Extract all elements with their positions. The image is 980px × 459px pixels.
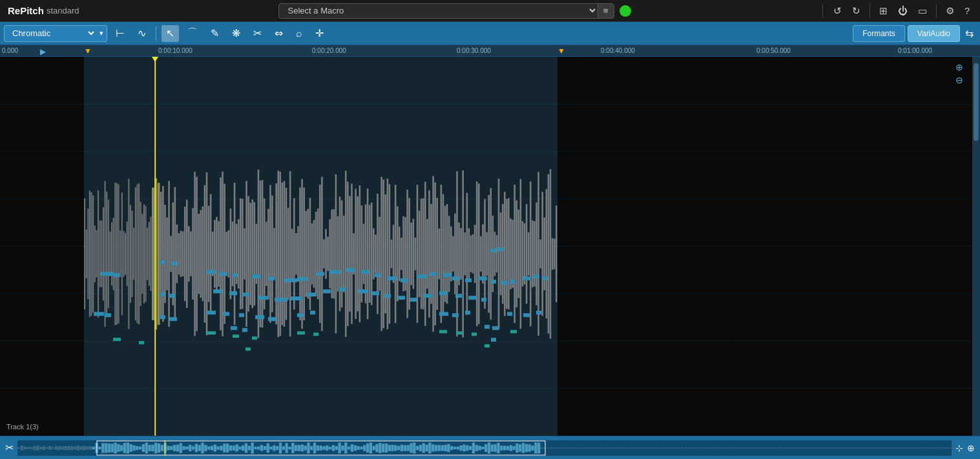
help-icon: ? [964,5,970,16]
undo-icon: ↺ [833,5,842,17]
snap-button[interactable]: ⊢ [111,25,129,42]
top-bar: RePitch standard Select a Macro ≡ ↺ ↻ ⊞ … [0,0,980,22]
bottom-right-buttons: ⊹ ⊕ [955,443,975,453]
select-tool-icon: ↖ [166,27,174,39]
zoom-controls: ⊕ ⊖ [955,62,963,85]
right-scrollbar[interactable] [972,57,980,436]
monitor-icon: ▭ [918,5,927,17]
move-icon: ✛ [315,27,324,39]
zoom-tool-button[interactable]: ⌕ [291,25,307,42]
track-label: Track 1(3) [6,423,39,431]
zoom-out-button[interactable]: ⊖ [955,75,963,85]
time-marker-30: 0:00:30.000 [457,47,491,54]
top-right-controls: ↺ ↻ ⊞ ⏻ ▭ ⚙ ? [822,4,980,18]
move-tool-button[interactable]: ✛ [311,25,328,42]
zoom-tool-icon: ⌕ [296,28,302,39]
logo-area: RePitch standard [0,5,87,16]
bottom-scissors-button[interactable]: ✂ [5,442,14,454]
logo-re: Re [8,5,20,16]
formants-button[interactable]: Formants [853,25,905,42]
wave-button[interactable]: ∿ [133,25,151,42]
toolbar-right: Formants VariAudio ⇆ [853,25,976,42]
draw-icon: ✎ [211,27,219,39]
main-area: Track 1(3) ⊕ ⊖ [0,57,980,436]
play-position-marker: ▶ [40,47,46,56]
macro-filter-button[interactable]: ≡ [598,4,614,18]
expand-icon: ⇆ [965,28,974,39]
scale-dropdown-arrow-icon: ▾ [96,29,107,37]
toolbar-separator [156,26,156,41]
scissors-tool-button[interactable]: ✂ [249,25,266,42]
multi-tool-button[interactable]: ⇔ [270,25,287,42]
zoom-in-button[interactable]: ⊕ [955,62,963,72]
monitor-button[interactable]: ▭ [914,4,931,18]
bottom-zoom-icon: ⊕ [967,443,975,453]
redo-button[interactable]: ↻ [848,4,864,18]
separator [870,5,870,17]
grid-button[interactable]: ⊞ [875,4,891,18]
power-button[interactable]: ⏻ [894,4,912,17]
time-marker-50: 0:00:50.000 [756,47,791,54]
settings-icon: ⚙ [946,5,954,17]
bottom-scissors-icon: ✂ [5,442,14,453]
macro-status-indicator [620,5,631,17]
smart-tool-button[interactable]: ❋ [227,25,245,42]
pitch-curve-icon: ⌒ [187,26,198,40]
toolbar: Chromatic ▾ ⊢ ∿ ↖ ⌒ ✎ ❋ ✂ ⇔ ⌕ ✛ Formants… [0,22,980,45]
time-marker-40: 0:00:40.000 [601,47,635,54]
logo-standard: standard [47,6,79,15]
draw-tool-button[interactable]: ✎ [206,25,224,42]
macro-select-container: Select a Macro ≡ [278,3,614,19]
scrollbar-thumb[interactable] [974,63,979,141]
time-marker-10: 0:00:10.000 [158,47,193,54]
bottom-bar: ✂ ⊹ ⊕ [0,436,980,459]
mini-waveform-canvas [17,440,952,456]
time-marker-20: 0:00:20.000 [312,47,346,54]
settings-button[interactable]: ⚙ [942,4,958,18]
time-marker-60: 0:01:00.000 [898,47,932,54]
bottom-snap-button[interactable]: ⊹ [955,443,963,453]
smart-tool-icon: ❋ [232,27,240,39]
grid-icon: ⊞ [879,5,888,17]
help-button[interactable]: ? [961,4,974,17]
variaudio-button[interactable]: VariAudio [908,25,960,42]
waveform-area[interactable]: Track 1(3) ⊕ ⊖ [0,57,972,436]
wave-icon: ∿ [138,27,146,39]
filter-icon: ≡ [603,6,609,15]
undo-button[interactable]: ↺ [829,4,846,18]
waveform-canvas [0,57,972,436]
loop-end-marker[interactable]: ▼ [558,46,565,56]
mini-waveform[interactable] [17,440,952,456]
scale-select-container: Chromatic ▾ [4,25,107,42]
select-tool-button[interactable]: ↖ [162,25,179,42]
snap-icon: ⊢ [116,27,125,39]
macro-area: Select a Macro ≡ [87,3,822,19]
scissors-icon: ✂ [253,27,262,39]
scale-select[interactable]: Chromatic [5,28,96,39]
macro-select[interactable]: Select a Macro [279,5,598,16]
power-icon: ⏻ [898,5,908,16]
multi-icon: ⇔ [275,27,283,39]
timeline-ruler[interactable]: 0.000 0:00:10.000 0:00:20.000 0:00:30.00… [0,45,980,57]
pitch-curve-tool-button[interactable]: ⌒ [183,25,202,42]
bottom-snap-icon: ⊹ [955,443,963,453]
time-marker-0: 0.000 [2,47,18,54]
bottom-zoom-button[interactable]: ⊕ [967,443,975,453]
loop-start-marker[interactable]: ▼ [84,46,92,56]
logo-pitch: Pitch [20,5,44,16]
redo-icon: ↻ [852,5,860,17]
separator [936,5,937,17]
expand-button[interactable]: ⇆ [963,27,976,39]
